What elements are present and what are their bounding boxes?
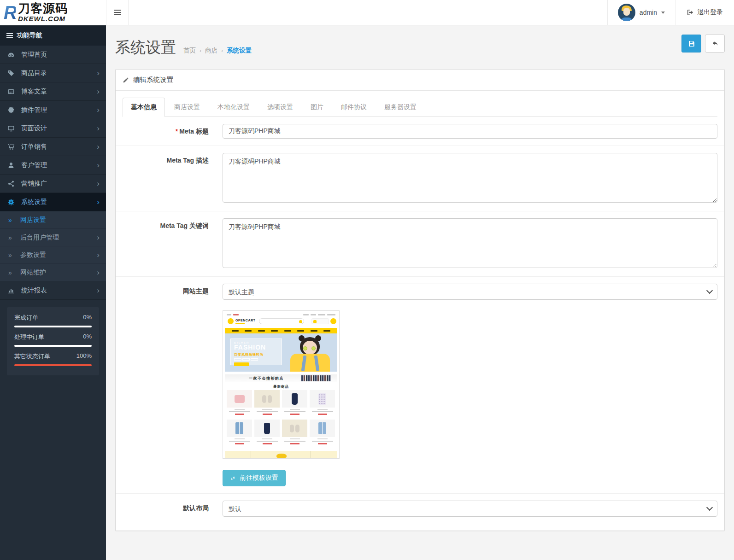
breadcrumb-separator: › <box>221 47 223 54</box>
product-grid <box>227 390 335 447</box>
sidebar-item-reports[interactable]: 统计报表 › <box>0 281 106 300</box>
store-footer-banner <box>225 451 337 458</box>
breadcrumb-store[interactable]: 商店 <box>205 47 217 55</box>
layout-label: 默认布局 <box>123 501 209 517</box>
product-card <box>254 420 280 447</box>
user-menu[interactable]: admin <box>607 0 675 25</box>
page-actions <box>681 35 725 52</box>
form-row-theme: 网站主题 默认主题 <box>116 277 724 494</box>
stat-processing-orders: 处理中订单 0% <box>14 333 92 347</box>
store-search-bar <box>259 318 304 324</box>
brand-domain: DKEWL.COM <box>18 15 68 23</box>
sidebar-subitem-parameters[interactable]: » 参数设置 › <box>0 246 106 264</box>
chevron-right-icon: › <box>97 268 100 276</box>
sidebar-item-catalog[interactable]: 商品目录 › <box>0 64 106 82</box>
store-strip-banner: 一家不会撞衫的店 <box>225 374 337 382</box>
sidebar-item-label: 页面设计 <box>21 124 47 133</box>
store-logo-icon <box>228 318 234 324</box>
hero-tagline: 百变风格品味时尚 <box>234 352 278 357</box>
chevron-right-icon: › <box>97 106 100 114</box>
breadcrumb-current[interactable]: 系统设置 <box>227 47 252 55</box>
sidebar-item-system[interactable]: 系统设置 › <box>0 193 106 211</box>
tab-options[interactable]: 选项设置 <box>259 98 301 117</box>
puzzle-icon <box>6 106 16 114</box>
avatar <box>618 4 635 21</box>
tab-store[interactable]: 商店设置 <box>166 98 208 117</box>
sidebar-item-marketing[interactable]: 营销推广 › <box>0 175 106 193</box>
back-button[interactable] <box>705 35 725 52</box>
sidebar-item-customers[interactable]: 客户管理 › <box>0 156 106 175</box>
meta-title-label: *Meta 标题 <box>123 124 209 139</box>
product-card <box>254 390 280 417</box>
form-row-meta-title: *Meta 标题 <box>116 117 724 146</box>
meta-keywords-textarea[interactable]: 刀客源码PHP商城 <box>223 218 717 268</box>
go-to-template-settings-button[interactable]: 前往模板设置 <box>223 470 286 486</box>
floppy-save-icon <box>688 40 695 47</box>
sidebar-item-blog[interactable]: 博客文章 › <box>0 82 106 101</box>
sidebar-item-label: 订单销售 <box>21 143 47 151</box>
sidebar-submenu-wrap: » 网店设置 » 后台用户管理 › » 参数设置 › » <box>0 211 106 281</box>
chevron-right-icon: › <box>97 198 100 206</box>
chevron-right-icon: › <box>97 161 100 169</box>
sidebar-item-design[interactable]: 页面设计 › <box>0 119 106 138</box>
cart-icon <box>6 143 16 151</box>
sidebar-item-dashboard[interactable]: 管理首页 <box>0 46 106 64</box>
breadcrumb: 首页 › 商店 › 系统设置 <box>183 47 252 55</box>
nav-header-label: 功能导航 <box>17 31 42 40</box>
meta-description-textarea[interactable]: 刀客源码PHP商城 <box>223 153 717 203</box>
theme-select[interactable]: 默认主题 <box>223 284 717 300</box>
stat-label: 处理中订单 <box>14 333 44 341</box>
clothes-rack-image <box>301 375 331 381</box>
chevron-right-icon: › <box>97 251 100 259</box>
sidebar-toggle-button[interactable] <box>106 0 129 25</box>
latest-products-title: 最新商品 <box>223 385 339 389</box>
meta-title-input[interactable] <box>223 124 717 139</box>
template-button-label: 前往模板设置 <box>240 474 278 482</box>
layout-select[interactable]: 默认 <box>223 501 717 517</box>
sidebar-item-label: 商品目录 <box>21 69 47 77</box>
sidebar-item-label: 管理首页 <box>21 51 47 59</box>
sidebar-subitem-maintenance[interactable]: » 网站维护 › <box>0 264 106 281</box>
product-card <box>282 390 307 417</box>
stat-other-orders: 其它状态订单 100% <box>14 352 92 366</box>
dashboard-icon <box>6 51 16 58</box>
sidebar-subitem-store-settings[interactable]: » 网店设置 <box>0 211 106 229</box>
progress-bar <box>14 326 92 327</box>
newspaper-icon <box>6 88 16 95</box>
brand-logo[interactable]: R 刀客源码 DKEWL.COM <box>0 0 106 25</box>
user-name: admin <box>640 9 657 16</box>
stat-value: 100% <box>76 352 92 361</box>
sidebar-subitem-label: 后台用户管理 <box>20 233 59 242</box>
store-nav-bar <box>225 328 337 333</box>
desktop-icon <box>6 125 16 132</box>
sidebar-item-label: 统计报表 <box>21 286 47 295</box>
sidebar-item-sales[interactable]: 订单销售 › <box>0 138 106 156</box>
page-header: 系统设置 首页 › 商店 › 系统设置 <box>115 35 725 63</box>
settings-panel: 编辑系统设置 基本信息 商店设置 本地化设置 选项设置 图片 邮件协议 服务器设… <box>115 69 725 531</box>
tab-general[interactable]: 基本信息 <box>123 98 165 117</box>
product-card <box>282 420 307 447</box>
chevron-right-icon: › <box>97 124 100 132</box>
link-icon <box>230 475 236 481</box>
sidebar-item-extensions[interactable]: 插件管理 › <box>0 101 106 119</box>
sidebar-subitem-admin-users[interactable]: » 后台用户管理 › <box>0 229 106 246</box>
tab-mail[interactable]: 邮件协议 <box>333 98 375 117</box>
top-right-group: admin 退出登录 <box>607 0 734 25</box>
save-button[interactable] <box>681 35 701 52</box>
strip-banner-text: 一家不会撞衫的店 <box>249 376 284 381</box>
chevron-right-icon: › <box>97 180 100 187</box>
tab-localisation[interactable]: 本地化设置 <box>209 98 258 117</box>
sidebar-item-label: 客户管理 <box>21 161 47 169</box>
sidebar-item-label: 插件管理 <box>21 106 47 114</box>
stat-label: 其它状态订单 <box>14 352 50 361</box>
theme-label: 网站主题 <box>123 284 209 486</box>
logout-button[interactable]: 退出登录 <box>675 0 734 25</box>
tab-server[interactable]: 服务器设置 <box>376 98 425 117</box>
chevron-right-icon: › <box>97 233 100 241</box>
top-bar: R 刀客源码 DKEWL.COM admin 退出登录 <box>0 0 734 25</box>
breadcrumb-home[interactable]: 首页 <box>183 47 196 55</box>
meta-keywords-label: Meta Tag 关键词 <box>123 218 209 269</box>
chevron-right-icon: › <box>97 69 100 77</box>
order-stats-panel: 完成订单 0% 处理中订单 0% 其它状态订单 100% <box>7 307 99 375</box>
tab-image[interactable]: 图片 <box>302 98 332 117</box>
